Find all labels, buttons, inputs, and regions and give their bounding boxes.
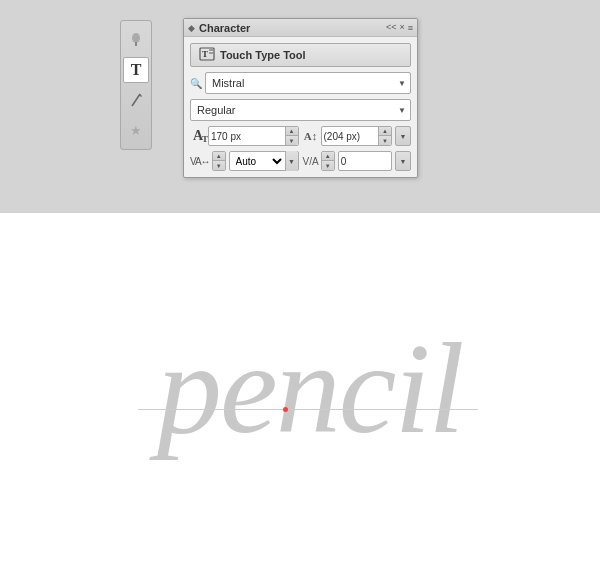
font-style-wrapper: Regular bbox=[190, 99, 411, 121]
panel-titlebar: ◆ Character << × ≡ bbox=[184, 19, 417, 37]
kerning-input[interactable] bbox=[339, 156, 391, 167]
pen-tool-button[interactable] bbox=[123, 87, 149, 113]
size-leading-row: AT ▲ ▼ A↕ ▲ bbox=[190, 126, 411, 146]
character-panel: ◆ Character << × ≡ T T bbox=[183, 18, 418, 178]
left-toolbar: T ★ bbox=[120, 20, 152, 150]
font-style-select[interactable]: Regular bbox=[190, 99, 411, 121]
font-size-input-wrapper: ▲ ▼ bbox=[208, 126, 299, 146]
font-size-icon: AT bbox=[190, 128, 206, 144]
pencil-text-svg: pencil bbox=[147, 282, 487, 502]
tracking-icon: VA↔ bbox=[190, 156, 210, 167]
panel-menu-button[interactable]: ≡ bbox=[408, 23, 413, 33]
leading-up-button[interactable]: ▲ bbox=[379, 127, 391, 136]
tracking-kerning-row: VA↔ ▲ ▼ Auto ▼ V/A ▲ ▼ bbox=[190, 151, 411, 171]
kerning-input-wrapper bbox=[338, 151, 392, 171]
svg-line-3 bbox=[132, 94, 140, 106]
font-style-row: Regular bbox=[190, 99, 411, 121]
tracking-spinner-standalone: ▲ ▼ bbox=[212, 151, 226, 171]
font-size-down-button[interactable]: ▼ bbox=[286, 136, 298, 145]
svg-text:T: T bbox=[202, 49, 208, 59]
tracking-down-button[interactable]: ▼ bbox=[213, 161, 225, 170]
font-family-select[interactable]: Mistral bbox=[205, 72, 411, 94]
tracking-select[interactable]: Auto bbox=[230, 155, 285, 168]
leading-dropdown-btn[interactable]: ▼ bbox=[395, 126, 411, 146]
svg-point-1 bbox=[132, 33, 140, 43]
leading-group: A↕ ▲ ▼ ▼ bbox=[303, 126, 412, 146]
search-icon: 🔍 bbox=[190, 78, 202, 89]
font-size-spinner: ▲ ▼ bbox=[285, 127, 298, 145]
collapse-arrow-icon[interactable]: ◆ bbox=[188, 23, 195, 33]
brush-tool-button[interactable] bbox=[123, 27, 149, 53]
kerning-up-button[interactable]: ▲ bbox=[322, 152, 334, 161]
svg-text:pencil: pencil bbox=[149, 316, 463, 460]
panel-controls: << × ≡ bbox=[386, 23, 413, 33]
tracking-dropdown: Auto ▼ bbox=[229, 151, 299, 171]
kerning-group: V/A ▲ ▼ ▼ bbox=[303, 151, 412, 171]
type-icon: T bbox=[131, 61, 142, 79]
leading-input[interactable] bbox=[322, 131, 379, 142]
font-family-row: 🔍 Mistral bbox=[190, 72, 411, 94]
touch-type-tool-button[interactable]: T Touch Type Tool bbox=[190, 43, 411, 67]
font-family-input-wrapper: 🔍 Mistral bbox=[190, 72, 411, 94]
panel-title: Character bbox=[199, 22, 250, 34]
canvas-content: pencil bbox=[0, 213, 600, 570]
font-size-input[interactable] bbox=[209, 131, 285, 142]
leading-spinner: ▲ ▼ bbox=[378, 127, 391, 145]
panel-body: T Touch Type Tool 🔍 Mistral bbox=[184, 37, 417, 177]
font-size-up-button[interactable]: ▲ bbox=[286, 127, 298, 136]
touch-type-icon: T bbox=[199, 47, 215, 64]
kerning-spinner-standalone: ▲ ▼ bbox=[321, 151, 335, 171]
star-tool-button[interactable]: ★ bbox=[123, 117, 149, 143]
panel-close-button[interactable]: × bbox=[399, 23, 404, 32]
canvas-area: pencil bbox=[0, 213, 600, 570]
panel-collapse-button[interactable]: << bbox=[386, 23, 397, 32]
leading-input-wrapper: ▲ ▼ bbox=[321, 126, 393, 146]
font-dropdown-wrapper: Mistral bbox=[205, 72, 411, 94]
leading-down-button[interactable]: ▼ bbox=[379, 136, 391, 145]
font-size-group: AT ▲ ▼ bbox=[190, 126, 299, 146]
touch-type-label: Touch Type Tool bbox=[220, 49, 306, 61]
type-tool-button[interactable]: T bbox=[123, 57, 149, 83]
panel-title-group: ◆ Character bbox=[188, 22, 250, 34]
panel-tab-row: ◆ Character << × ≡ bbox=[184, 19, 417, 37]
tracking-arrow-btn[interactable]: ▼ bbox=[285, 151, 298, 171]
kerning-icon: V/A bbox=[303, 156, 319, 167]
kerning-down-button[interactable]: ▼ bbox=[322, 161, 334, 170]
tracking-group: VA↔ ▲ ▼ Auto ▼ bbox=[190, 151, 299, 171]
tracking-up-button[interactable]: ▲ bbox=[213, 152, 225, 161]
star-icon: ★ bbox=[130, 123, 142, 138]
baseline-line bbox=[138, 409, 478, 410]
kerning-dropdown-btn[interactable]: ▼ bbox=[395, 151, 411, 171]
leading-icon: A↕ bbox=[303, 130, 319, 142]
svg-rect-2 bbox=[135, 42, 137, 46]
